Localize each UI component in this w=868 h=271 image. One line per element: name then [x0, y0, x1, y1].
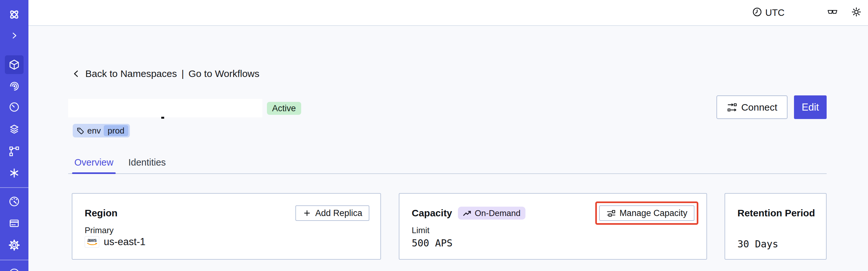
- edit-button[interactable]: Edit: [794, 95, 827, 119]
- sidebar-item-schedules[interactable]: [0, 97, 28, 116]
- region-card-title: Region: [85, 208, 118, 219]
- capacity-card-title: Capacity: [412, 208, 452, 219]
- sidebar-item-support[interactable]: [0, 266, 28, 271]
- clock-icon: [752, 7, 762, 18]
- nexus-asterisk-icon: [8, 167, 21, 179]
- stack-layers-icon: [8, 123, 21, 136]
- tabs-divider-line: [68, 173, 827, 174]
- sidebar-item-namespaces[interactable]: [0, 55, 28, 74]
- tag-value: prod: [104, 125, 128, 136]
- retention-card: Retention Period 30 Days: [724, 193, 827, 260]
- sidebar-divider: [0, 187, 28, 188]
- namespace-tag-chip: env prod: [73, 124, 130, 138]
- sidebar-item-nexus[interactable]: [0, 163, 28, 182]
- capacity-field-label: Limit: [412, 225, 430, 235]
- sidebar-divider-bottom: [0, 260, 28, 260]
- breadcrumb-workflows-link[interactable]: Go to Workflows: [188, 68, 259, 79]
- sliders-icon: [606, 208, 616, 218]
- connect-flow-icon: [727, 102, 737, 113]
- region-field-label: Primary: [85, 225, 114, 235]
- sidebar-item-settings[interactable]: [0, 236, 28, 254]
- active-tab-underline: [72, 172, 116, 174]
- usage-gauge-icon: [8, 195, 21, 208]
- tab-identities[interactable]: Identities: [126, 156, 168, 169]
- status-badge: Active: [267, 102, 301, 115]
- ondemand-badge-label: On-Demand: [475, 208, 521, 218]
- light-mode-sun-icon: [851, 7, 862, 19]
- breadcrumb: Back to Namespaces | Go to Workflows: [72, 67, 259, 81]
- schedules-clock-icon: [8, 100, 21, 113]
- connect-button[interactable]: Connect: [716, 95, 787, 119]
- namespace-title-notch: [161, 117, 164, 119]
- tab-overview[interactable]: Overview: [72, 156, 116, 169]
- support-icon-partial: [8, 266, 21, 271]
- plus-icon: [303, 209, 312, 218]
- tag-key: env: [87, 126, 101, 136]
- timezone-selector[interactable]: UTC: [752, 0, 785, 25]
- add-replica-label: Add Replica: [315, 208, 362, 218]
- glasses-icon: [827, 7, 838, 18]
- sidebar-item-deployments[interactable]: [0, 142, 28, 161]
- sidebar-item-workflows[interactable]: [0, 77, 28, 95]
- sidebar-nav: [0, 0, 28, 271]
- workflows-spiral-icon: [8, 80, 21, 92]
- capacity-card: Capacity On-Demand Manage: [399, 193, 707, 260]
- aws-logo-text: aws: [87, 238, 97, 243]
- manage-capacity-highlight-box: Manage Capacity: [595, 202, 699, 225]
- namespace-title-redacted: [68, 99, 262, 117]
- region-card: Region Add Replica Primary aws us-east-1: [72, 193, 381, 260]
- sidebar-expand-button[interactable]: [0, 26, 28, 45]
- breadcrumb-separator: |: [181, 68, 184, 79]
- manage-capacity-button[interactable]: Manage Capacity: [599, 205, 694, 221]
- aws-logo-icon: aws: [85, 236, 99, 248]
- settings-gear-icon: [8, 239, 21, 251]
- manage-capacity-label: Manage Capacity: [619, 208, 687, 218]
- trending-up-icon: [463, 209, 472, 217]
- topbar: UTC: [28, 0, 868, 26]
- add-replica-button[interactable]: Add Replica: [296, 205, 369, 221]
- region-value: us-east-1: [104, 236, 146, 248]
- billing-card-icon: [8, 217, 21, 230]
- namespaces-cube-icon: [8, 58, 21, 71]
- temporal-logo[interactable]: [0, 5, 28, 24]
- chevron-left-icon[interactable]: [72, 69, 81, 78]
- retention-value: 30 Days: [738, 238, 778, 250]
- header-actions: Connect Edit: [716, 95, 827, 119]
- theme-toggle-button[interactable]: [849, 0, 864, 25]
- ondemand-badge: On-Demand: [458, 207, 525, 219]
- docs-glasses-button[interactable]: [825, 0, 840, 25]
- capacity-value: 500 APS: [412, 237, 453, 249]
- tag-icon: [76, 127, 84, 135]
- deployments-branch-icon: [8, 145, 21, 158]
- timezone-label: UTC: [765, 7, 785, 18]
- sidebar-item-billing[interactable]: [0, 214, 28, 233]
- connect-button-label: Connect: [741, 102, 777, 113]
- breadcrumb-back-link[interactable]: Back to Namespaces: [85, 68, 177, 79]
- chevron-right-icon: [9, 30, 20, 41]
- retention-card-title: Retention Period: [738, 208, 815, 219]
- sidebar-item-stack[interactable]: [0, 120, 28, 139]
- sidebar-item-usage[interactable]: [0, 192, 28, 211]
